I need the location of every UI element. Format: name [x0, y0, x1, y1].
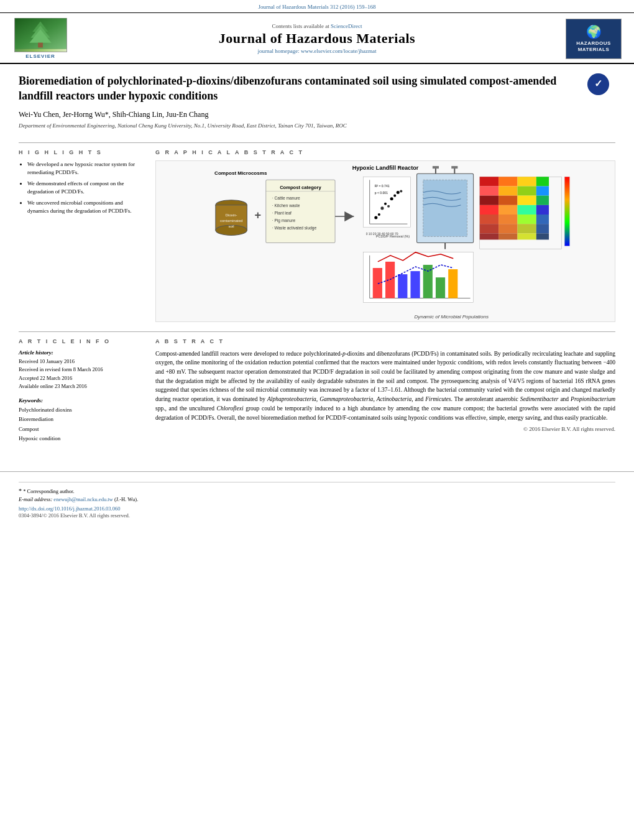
svg-rect-62 — [498, 205, 517, 214]
highlights-list: We developed a new hypoxic reactor syste… — [19, 160, 143, 216]
svg-text:contaminated: contaminated — [220, 219, 242, 223]
star-symbol: * — [19, 487, 22, 494]
svg-rect-49 — [480, 177, 498, 186]
svg-rect-53 — [480, 186, 498, 195]
footer-divider — [19, 482, 615, 482]
svg-rect-56 — [536, 186, 549, 195]
svg-text:Compost Microcosms: Compost Microcosms — [214, 170, 267, 176]
highlights-column: H I G H L I G H T S We developed a new h… — [19, 149, 143, 322]
sciencedirect-text[interactable]: ScienceDirect — [331, 23, 362, 29]
crossmark: ✓ — [587, 73, 609, 95]
contents-line: Contents lists available at ScienceDirec… — [81, 23, 553, 29]
email-address[interactable]: enewujh@mail.ncku.edu.tw — [53, 496, 113, 502]
corresponding-label: * Corresponding author. — [23, 488, 74, 494]
svg-rect-66 — [498, 215, 517, 224]
article-title: Bioremediation of polychlorinated-p-diox… — [19, 73, 578, 104]
svg-rect-61 — [480, 205, 498, 214]
svg-text:· Waste activated sludge: · Waste activated sludge — [272, 226, 317, 231]
highlight-item-3: We uncovered microbial compositions and … — [27, 199, 143, 216]
email-suffix: (J.-H. Wu). — [114, 496, 138, 502]
keywords-label: Keywords: — [19, 397, 143, 404]
article-title-wrapper: Bioremediation of polychlorinated-p-diox… — [19, 73, 578, 136]
highlights-heading: H I G H L I G H T S — [19, 149, 143, 155]
svg-text:Dioxin-: Dioxin- — [226, 213, 237, 217]
svg-text:p < 0.001: p < 0.001 — [375, 190, 388, 194]
journal-title: Journal of Hazardous Materials — [81, 31, 553, 46]
abstract-column: A B S T R A C T Compost-amended landfill… — [155, 338, 615, 450]
svg-text:+: + — [255, 209, 262, 221]
elsevier-label: ELSEVIER — [25, 53, 55, 59]
svg-text:· Cattle manure: · Cattle manure — [272, 195, 300, 200]
svg-point-41 — [387, 205, 390, 207]
svg-text:Dynamic of Microbial Populatio: Dynamic of Microbial Populations — [415, 314, 489, 320]
svg-rect-87 — [436, 277, 445, 298]
svg-point-38 — [378, 213, 380, 216]
hazardous-logo: 🌍 HAZARDOUSMATERIALS — [566, 19, 622, 59]
crossmark-icon: ✓ — [587, 73, 609, 95]
header-center: Contents lists available at ScienceDirec… — [68, 23, 566, 54]
svg-rect-72 — [536, 224, 549, 233]
email-label: E-mail address: — [19, 496, 52, 502]
article-info-column: A R T I C L E I N F O Article history: R… — [19, 338, 143, 450]
svg-point-45 — [400, 190, 402, 192]
graphical-abstract-image: Hypoxic Landfill Reactor — [155, 160, 615, 322]
svg-rect-60 — [536, 195, 549, 205]
article-history-block: Article history: Received 10 January 201… — [19, 349, 143, 391]
page: Journal of Hazardous Materials 312 (2016… — [0, 0, 634, 840]
history-label: Article history: — [19, 349, 143, 356]
svg-rect-82 — [373, 268, 382, 298]
info-abstract-section: A R T I C L E I N F O Article history: R… — [19, 331, 615, 450]
svg-point-44 — [397, 191, 400, 194]
keywords-list: Polychlorinated dioxins Bioremediation C… — [19, 405, 143, 443]
svg-rect-57 — [480, 195, 498, 205]
svg-rect-83 — [385, 261, 395, 298]
svg-text:· Kitchen waste: · Kitchen waste — [272, 203, 300, 207]
svg-text:Hypoxic Landfill Reactor: Hypoxic Landfill Reactor — [352, 165, 419, 171]
graphical-abstract-column: G R A P H I C A L A B S T R A C T Hypoxi… — [155, 149, 615, 322]
svg-rect-69 — [480, 224, 498, 233]
contents-text: Contents lists available at — [272, 23, 329, 29]
elsevier-image: ELSEVIER — [14, 18, 67, 52]
svg-rect-59 — [517, 195, 536, 205]
bacterial-word: bacterial — [553, 378, 573, 384]
keyword-4: Hypoxic condition — [19, 434, 143, 443]
svg-rect-70 — [498, 224, 517, 233]
svg-rect-74 — [498, 233, 517, 239]
svg-rect-68 — [536, 215, 549, 224]
svg-rect-85 — [410, 271, 420, 298]
keywords-block: Keywords: Polychlorinated dioxins Biorem… — [19, 397, 143, 443]
svg-rect-77 — [564, 177, 569, 246]
svg-rect-63 — [517, 205, 536, 214]
elsevier-text: ELSEVIER — [0, 834, 634, 838]
homepage-label: journal homepage: — [258, 48, 300, 54]
elsevier-logo: ELSEVIER ELSEVIER — [12, 18, 68, 59]
graphical-abstract-svg: Hypoxic Landfill Reactor — [156, 161, 615, 321]
svg-rect-67 — [517, 215, 536, 224]
svg-point-43 — [393, 194, 396, 196]
svg-rect-5 — [38, 43, 43, 48]
svg-rect-51 — [517, 177, 536, 186]
keyword-1: Polychlorinated dioxins — [19, 405, 143, 415]
two-col-section: H I G H L I G H T S We developed a new h… — [19, 142, 615, 322]
main-content: Bioremediation of polychlorinated-p-diox… — [0, 64, 634, 465]
svg-rect-84 — [398, 274, 407, 298]
svg-rect-10 — [423, 180, 467, 236]
header: ELSEVIER ELSEVIER Contents lists availab… — [0, 12, 634, 64]
svg-text:· Plant leaf: · Plant leaf — [272, 211, 292, 215]
svg-rect-50 — [498, 177, 517, 186]
footer-corresponding: * * Corresponding author. E-mail address… — [19, 486, 615, 504]
svg-rect-14 — [451, 166, 457, 168]
affiliation: Department of Environmental Engineering,… — [19, 122, 578, 129]
journal-bar: Journal of Hazardous Materials 312 (2016… — [0, 0, 634, 12]
authors: Wei-Yu Chen, Jer-Horng Wu*, Shih-Chiang … — [19, 110, 578, 119]
footer-doi[interactable]: http://dx.doi.org/10.1016/j.jhazmat.2016… — [19, 505, 615, 512]
svg-rect-65 — [480, 215, 498, 224]
received-date: Received 10 January 2016 Received in rev… — [19, 358, 143, 391]
abstract-heading: A B S T R A C T — [155, 338, 615, 344]
svg-rect-55 — [517, 186, 536, 195]
copyright: © 2016 Elsevier B.V. All rights reserved… — [155, 426, 615, 432]
svg-rect-64 — [536, 205, 549, 214]
article-info-heading: A R T I C L E I N F O — [19, 338, 143, 344]
journal-citation: Journal of Hazardous Materials 312 (2016… — [259, 4, 376, 10]
homepage-url[interactable]: www.elsevier.com/locate/jhazmat — [301, 48, 376, 54]
